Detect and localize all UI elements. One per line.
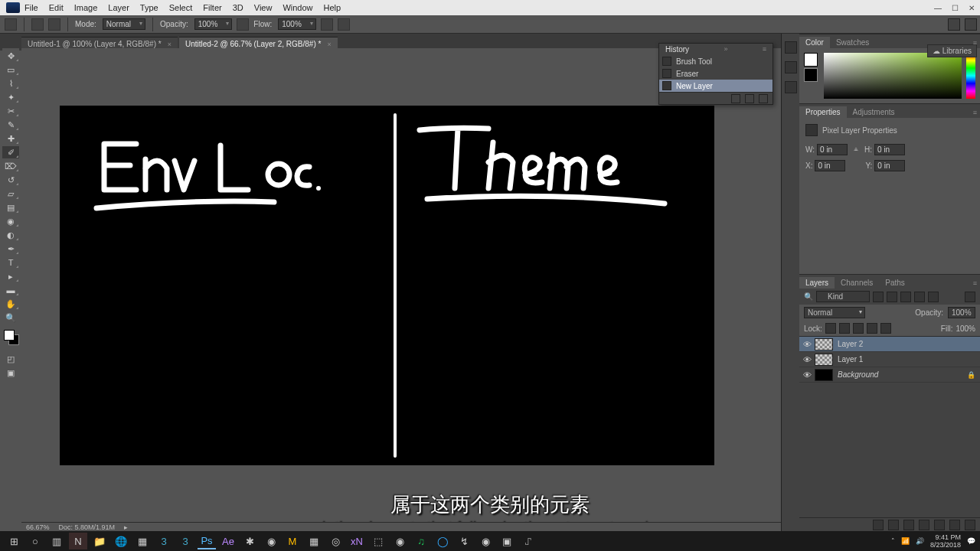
menu-edit[interactable]: Edit [49, 3, 64, 12]
brush-presets-icon[interactable] [785, 41, 797, 54]
color-field[interactable] [824, 53, 962, 99]
layer-row[interactable]: 👁 Layer 2 [799, 337, 980, 352]
create-document-icon[interactable] [731, 94, 740, 103]
filter-pixel-icon[interactable] [873, 292, 884, 302]
task-view-icon[interactable]: ▥ [47, 533, 66, 549]
fx-icon[interactable] [888, 520, 899, 530]
visibility-icon[interactable]: 👁 [799, 370, 815, 380]
menu-window[interactable]: Window [283, 3, 312, 12]
tab-properties[interactable]: Properties [799, 106, 847, 118]
layer-blend-dropdown[interactable]: Normal [804, 307, 865, 318]
eyedropper-tool[interactable]: ✎ [2, 119, 19, 131]
cortana-icon[interactable]: ○ [26, 533, 44, 549]
airbrush-icon[interactable] [321, 18, 333, 31]
y-input[interactable] [874, 160, 905, 171]
tab-color[interactable]: Color [799, 37, 830, 48]
layer-name[interactable]: Layer 1 [838, 355, 863, 364]
stamp-tool[interactable]: ⌦ [2, 160, 19, 172]
taskbar-app[interactable]: N [69, 533, 87, 549]
photoshop-icon[interactable]: Ps [198, 533, 216, 549]
path-select-tool[interactable]: ▸ [2, 270, 19, 282]
tab-paths[interactable]: Paths [879, 277, 911, 289]
trash-icon[interactable] [759, 94, 768, 103]
close-button[interactable]: ✕ [963, 0, 980, 15]
chrome-icon[interactable]: 🌐 [112, 533, 130, 549]
menu-layer[interactable]: Layer [108, 3, 129, 12]
taskbar-app[interactable]: ▣ [498, 533, 516, 549]
brush-tool[interactable]: ✐ [2, 146, 19, 158]
filter-smart-icon[interactable] [928, 292, 939, 302]
spotify-icon[interactable]: ♫ [412, 533, 430, 549]
snapshot-icon[interactable] [745, 94, 754, 103]
tab-adjustments[interactable]: Adjustments [847, 106, 901, 118]
lock-all-icon[interactable] [880, 323, 891, 334]
visibility-icon[interactable]: 👁 [799, 355, 815, 364]
visibility-icon[interactable]: 👁 [799, 340, 815, 349]
collapse-icon[interactable]: » [724, 45, 727, 54]
menu-image[interactable]: Image [74, 3, 98, 12]
group-icon[interactable] [934, 520, 945, 530]
taskbar-app[interactable]: 3 [176, 533, 194, 549]
filter-kind-dropdown[interactable]: Kind [816, 291, 870, 302]
layer-name[interactable]: Layer 2 [838, 340, 863, 348]
history-tab[interactable]: History [665, 45, 689, 54]
quickmask-tool[interactable]: ◰ [2, 353, 19, 365]
taskbar-app[interactable]: ↯ [455, 533, 473, 549]
zoom-level[interactable]: 66.67% [26, 523, 50, 531]
history-item[interactable]: Brush Tool [659, 55, 773, 67]
new-layer-icon[interactable] [949, 520, 960, 530]
tray-volume-icon[interactable]: 🔊 [916, 537, 924, 545]
steam-icon[interactable]: ◉ [476, 533, 495, 549]
taskbar-app[interactable]: ◉ [390, 533, 409, 549]
tray-chevron-icon[interactable]: ˄ [891, 537, 895, 545]
menu-help[interactable]: Help [324, 3, 341, 12]
notifications-icon[interactable]: 💬 [967, 537, 975, 545]
flow-dropdown[interactable]: 100% [278, 18, 316, 30]
move-tool[interactable]: ✥ [2, 50, 19, 62]
filter-toggle[interactable] [965, 292, 975, 302]
screenmode-tool[interactable]: ▣ [2, 367, 19, 379]
pressure-size-icon[interactable] [338, 18, 350, 31]
history-item[interactable]: New Layer [659, 80, 773, 92]
taskbar-app[interactable]: ▦ [133, 533, 152, 549]
crop-tool[interactable]: ✂ [2, 105, 19, 117]
menu-filter[interactable]: Filter [203, 3, 221, 12]
aftereffects-icon[interactable]: Ae [219, 533, 237, 549]
panel-menu-icon[interactable]: ≡ [970, 278, 980, 289]
tool-preset-icon[interactable] [5, 18, 17, 31]
tray-network-icon[interactable]: 📶 [901, 537, 910, 545]
taskbar-app[interactable]: ◯ [433, 533, 452, 549]
work-area[interactable] [21, 48, 781, 522]
shape-tool[interactable]: ▬ [2, 284, 19, 296]
explorer-icon[interactable]: 📁 [90, 533, 109, 549]
hand-tool[interactable]: ✋ [2, 298, 19, 310]
history-brush-tool[interactable]: ↺ [2, 174, 19, 186]
layer-thumb[interactable] [815, 369, 833, 381]
menu-file[interactable]: File [24, 3, 38, 12]
quick-select-tool[interactable]: ✦ [2, 91, 19, 103]
taskbar-app[interactable]: ⬚ [369, 533, 387, 549]
layer-opacity-value[interactable]: 100% [948, 307, 975, 318]
filter-type-icon[interactable] [900, 292, 911, 302]
layer-name[interactable]: Background [838, 370, 878, 379]
layer-thumb[interactable] [815, 338, 833, 350]
eraser-tool[interactable]: ▱ [2, 187, 19, 200]
history-item[interactable]: Eraser [659, 67, 773, 80]
brush-panel-icon[interactable] [48, 18, 60, 31]
close-tab-icon[interactable]: × [327, 41, 331, 48]
layer-thumb[interactable] [815, 354, 833, 366]
bg-swatch[interactable] [804, 68, 818, 82]
menu-view[interactable]: View [254, 3, 273, 12]
trash-icon[interactable] [965, 520, 975, 530]
link-icon[interactable]: ⟁ [854, 144, 858, 155]
fill-value[interactable]: 100% [956, 324, 975, 333]
canvas[interactable] [60, 106, 714, 465]
x-input[interactable] [815, 160, 845, 171]
tab-channels[interactable]: Channels [835, 277, 879, 289]
tab-swatches[interactable]: Swatches [830, 37, 875, 48]
adjustment-icon[interactable] [919, 520, 929, 530]
libraries-button[interactable]: ☁ Libraries [927, 44, 977, 57]
lock-transparent-icon[interactable] [825, 323, 836, 334]
status-arrow-icon[interactable]: ▸ [124, 523, 128, 531]
start-button[interactable]: ⊞ [5, 533, 23, 549]
